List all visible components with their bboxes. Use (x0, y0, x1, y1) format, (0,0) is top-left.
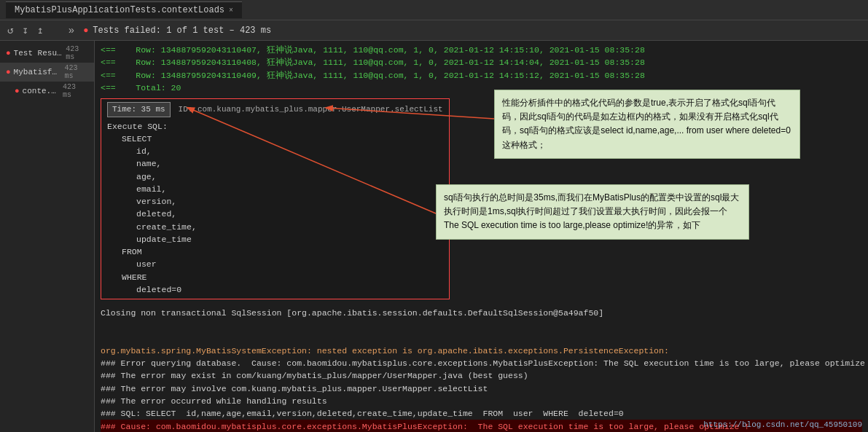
sidebar-item-mybatisf[interactable]: ● Mybatisf... 423 ms (0, 63, 94, 82)
annotation-text-1: 性能分析插件中的格式化代码的参数是true,表示开启了格式化sql语句代码，因此… (502, 98, 791, 150)
console-line: <== Row: 1348879592043110407, 狂神说Java, 1… (101, 44, 862, 56)
console-line-error-involve: ### The error may involve com.kuang.myba… (101, 382, 862, 395)
rerun-icon[interactable]: ↺ (4, 23, 16, 38)
sidebar-label-mybatisf: Mybatisf... (14, 68, 62, 76)
sql-time-id: Time: 35 ms ID: com.kuang.mybatis_plus.m… (107, 102, 443, 119)
blank-line-2 (101, 332, 862, 345)
sql-id: ID: com.kuang.mybatis_plus.mapper.UserMa… (179, 105, 443, 114)
scroll-down-icon[interactable]: ↧ (19, 23, 31, 38)
sql-select: SELECT (107, 133, 443, 145)
sql-table: user (107, 258, 443, 270)
content-area: <== Row: 1348879592043110407, 狂神说Java, 1… (95, 41, 868, 432)
blank-line-1 (101, 319, 862, 331)
sql-update-field: update_time (107, 233, 443, 246)
sidebar-label-conte: conte... (23, 87, 60, 95)
test-sidebar: ● Test Results 423 ms ● Mybatisf... 423 … (0, 41, 95, 432)
sql-condition: deleted=0 (107, 283, 443, 296)
sidebar-duration-2: 423 ms (63, 83, 88, 99)
sidebar-header: ● Test Results 423 ms (0, 44, 94, 63)
toolbar: ↺ ↧ ↥ » ● Tests failed: 1 of 1 test – 42… (0, 20, 868, 41)
console-line: <== Row: 1348879592043110409, 狂神说Java, 1… (101, 69, 862, 82)
sql-name-field: name, (107, 157, 443, 170)
sql-age-field: age, (107, 170, 443, 183)
separator (50, 25, 60, 36)
console-line-error-handling: ### The error occurred while handling re… (101, 395, 862, 407)
status-label: Tests failed: 1 of 1 test – 423 ms (93, 25, 271, 36)
sidebar-error-icon: ● (6, 49, 11, 58)
sql-where: WHERE (107, 271, 443, 283)
sql-version-field: version, (107, 195, 443, 208)
scroll-up-icon[interactable]: ↥ (34, 23, 46, 38)
sidebar-header-duration: 423 ms (66, 45, 88, 61)
console-line-error-exist: ### The error may exist in com/kuang/myb… (101, 369, 862, 382)
test-status: ● Tests failed: 1 of 1 test – 423 ms (83, 25, 271, 36)
annotation-bubble-1: 性能分析插件中的格式化代码的参数是true,表示开启了格式化sql语句代码，因此… (494, 90, 800, 159)
sql-section: Time: 35 ms ID: com.kuang.mybatis_plus.m… (101, 97, 862, 301)
sidebar-item-conte[interactable]: ● conte... 423 ms (0, 82, 94, 101)
console-output[interactable]: <== Row: 1348879592043110407, 狂神说Java, 1… (95, 41, 868, 432)
console-line-exception: org.mybatis.spring.MyBatisSystemExceptio… (101, 345, 862, 357)
console-line-sql-statement: ### SQL: SELECT id,name,age,email,versio… (101, 407, 862, 420)
sql-deleted-field: deleted, (107, 208, 443, 220)
sql-execute-label: Execute SQL: (107, 120, 443, 133)
sidebar-duration-1: 423 ms (64, 64, 88, 80)
sql-create-field: create_time, (107, 221, 443, 233)
tab[interactable]: MybatisPlusApplicationTests.contextLoads… (6, 1, 242, 18)
tab-close-button[interactable]: × (229, 7, 233, 15)
after-sql-section: Closing non transactional SqlSession [or… (101, 307, 862, 432)
sidebar-error-icon-1: ● (6, 68, 11, 76)
sidebar-error-icon-2: ● (15, 87, 20, 95)
sql-id-field: id, (107, 145, 443, 157)
sql-box: Time: 35 ms ID: com.kuang.mybatis_plus.m… (101, 98, 450, 299)
sidebar-header-label: Test Results (14, 49, 63, 58)
sql-email-field: email, (107, 183, 443, 195)
main-layout: ● Test Results 423 ms ● Mybatisf... 423 … (0, 41, 868, 432)
link-text[interactable]: https://blog.csdn.net/qq_45950109 (703, 420, 862, 429)
bottom-link: https://blog.csdn.net/qq_45950109 (703, 420, 862, 429)
expand-icon[interactable]: » (66, 23, 77, 38)
sql-from: FROM (107, 246, 443, 258)
console-line-error-querying: ### Error querying database. Cause: com.… (101, 357, 862, 369)
title-bar: MybatisPlusApplicationTests.contextLoads… (0, 0, 868, 20)
error-icon: ● (83, 25, 88, 36)
sql-time-badge: Time: 35 ms (107, 102, 171, 117)
tab-label: MybatisPlusApplicationTests.contextLoads (15, 5, 224, 15)
annotation-text-2: sql语句执行的总时间是35ms,而我们在MyBatisPlus的配置类中设置的… (444, 192, 739, 230)
annotation-bubble-2: sql语句执行的总时间是35ms,而我们在MyBatisPlus的配置类中设置的… (436, 184, 749, 240)
sql-content: Execute SQL: SELECT id, name, age, email… (107, 120, 443, 296)
console-line: <== Row: 1348879592043110408, 狂神说Java, 1… (101, 56, 862, 68)
console-line-closing: Closing non transactional SqlSession [or… (101, 307, 862, 319)
